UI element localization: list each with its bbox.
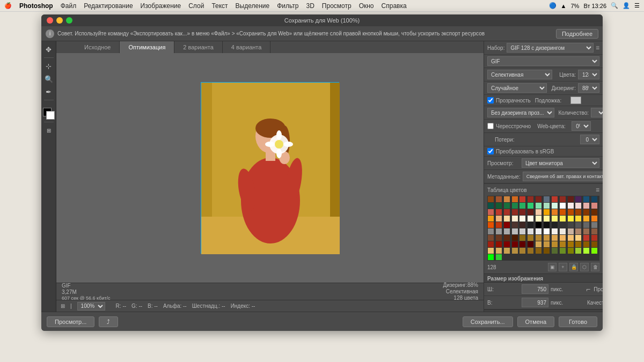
color-cell[interactable] (544, 248, 550, 254)
share-button[interactable]: ⤴ (99, 316, 118, 327)
color-cell[interactable] (544, 228, 550, 234)
color-cell[interactable] (504, 241, 510, 247)
tab-optimize[interactable]: Оптимизация (120, 41, 174, 53)
search-icon[interactable]: 🔍 (611, 2, 618, 9)
menu-window[interactable]: Окно (359, 2, 374, 10)
color-cell[interactable] (496, 235, 502, 241)
color-cell[interactable] (568, 209, 574, 215)
color-cell[interactable] (583, 248, 589, 254)
minimize-button[interactable] (56, 17, 63, 24)
save-button[interactable]: Сохранить... (463, 316, 513, 327)
color-cell[interactable] (488, 203, 494, 209)
color-cell[interactable] (583, 209, 589, 215)
color-cell[interactable] (575, 235, 581, 241)
color-cell[interactable] (496, 216, 502, 221)
preview-select[interactable]: Цвет монитора (522, 158, 599, 168)
color-cell[interactable] (488, 241, 494, 247)
color-cell[interactable] (528, 216, 533, 221)
background-color[interactable] (46, 111, 55, 120)
color-cell[interactable] (519, 196, 525, 202)
menu-filter[interactable]: Фильтр (277, 2, 298, 10)
color-cell[interactable] (583, 222, 589, 228)
menu-icon[interactable]: ☰ (634, 2, 640, 9)
color-cell[interactable] (575, 222, 581, 228)
color-cell[interactable] (552, 196, 558, 202)
color-cell[interactable] (544, 203, 550, 209)
color-cell[interactable] (560, 216, 566, 221)
nodither-select[interactable]: Без дизеринга проз... (487, 108, 554, 117)
podrobnee-button[interactable]: Подробнее (556, 29, 598, 39)
color-cell[interactable] (488, 209, 494, 215)
tab-4up[interactable]: 4 варианта (223, 41, 271, 53)
color-cell[interactable] (552, 216, 558, 221)
amount-select[interactable] (591, 108, 603, 117)
color-cell[interactable] (512, 222, 518, 228)
color-cell[interactable] (583, 203, 589, 209)
loss-select[interactable]: 0 (580, 135, 599, 144)
color-cell[interactable] (528, 235, 533, 241)
marquee-tool[interactable]: ⊹ (43, 60, 55, 72)
done-button[interactable]: Готово (559, 316, 597, 327)
color-cell[interactable] (536, 235, 541, 241)
preview-button[interactable]: Просмотр... (47, 316, 94, 327)
format-select[interactable]: GIF (487, 56, 599, 66)
menu-select[interactable]: Выделение (236, 2, 270, 10)
srgb-checkbox[interactable] (487, 148, 494, 154)
color-cell[interactable] (583, 235, 589, 241)
menu-help[interactable]: Справка (382, 2, 407, 10)
tab-2up[interactable]: 2 варианта (174, 41, 223, 53)
color-cell[interactable] (544, 196, 550, 202)
color-cell[interactable] (488, 216, 494, 221)
color-cell[interactable] (560, 228, 566, 234)
color-cell[interactable] (536, 203, 541, 209)
color-cell[interactable] (528, 196, 533, 202)
dithering-method-select[interactable]: Случайное (487, 83, 547, 93)
color-cell[interactable] (528, 248, 533, 254)
color-cell[interactable] (575, 203, 581, 209)
color-cell[interactable] (504, 228, 510, 234)
color-cell[interactable] (504, 196, 510, 202)
color-cell[interactable] (496, 241, 502, 247)
color-cell[interactable] (568, 222, 574, 228)
color-cell[interactable] (512, 235, 518, 241)
color-cell[interactable] (575, 248, 581, 254)
color-cell[interactable] (512, 203, 518, 209)
user-icon[interactable]: 👤 (623, 2, 630, 9)
color-cell[interactable] (488, 254, 494, 260)
menu-layer[interactable]: Слой (188, 2, 204, 10)
color-cell[interactable] (536, 209, 541, 215)
color-cell[interactable] (544, 235, 550, 241)
bg-color-swatch[interactable] (570, 97, 581, 104)
color-cell[interactable] (519, 216, 525, 221)
color-cell[interactable] (496, 209, 502, 215)
cancel-button[interactable]: Отмена (517, 316, 554, 327)
color-cell[interactable] (560, 209, 566, 215)
color-cell[interactable] (575, 228, 581, 234)
color-cell[interactable] (568, 248, 574, 254)
web-snap-icon[interactable]: ⬡ (580, 263, 589, 271)
color-cell[interactable] (512, 228, 518, 234)
preset-select[interactable]: GIF 128 с дизерингом (507, 43, 594, 53)
move-tool[interactable]: ✥ (43, 43, 55, 55)
color-cell[interactable] (504, 222, 510, 228)
view-toggle-icon[interactable]: ⊞ (61, 303, 65, 309)
map-icon[interactable]: ▣ (548, 263, 557, 271)
delete-color-icon[interactable]: 🗑 (591, 263, 599, 271)
color-cell[interactable] (488, 222, 494, 228)
color-cell[interactable] (488, 248, 494, 254)
method-select[interactable]: Селективная (487, 70, 552, 79)
interlace-checkbox[interactable] (487, 123, 494, 129)
preset-menu-icon[interactable]: ≡ (596, 44, 599, 51)
color-cell[interactable] (512, 241, 518, 247)
color-cell[interactable] (591, 196, 597, 202)
color-cell[interactable] (488, 196, 494, 202)
color-cell[interactable] (519, 248, 525, 254)
color-cell[interactable] (528, 209, 533, 215)
color-cell[interactable] (536, 196, 541, 202)
color-cell[interactable] (560, 196, 566, 202)
color-cell[interactable] (504, 235, 510, 241)
color-cell[interactable] (568, 216, 574, 221)
color-cell[interactable] (528, 203, 533, 209)
color-cell[interactable] (496, 228, 502, 234)
color-cell[interactable] (575, 241, 581, 247)
